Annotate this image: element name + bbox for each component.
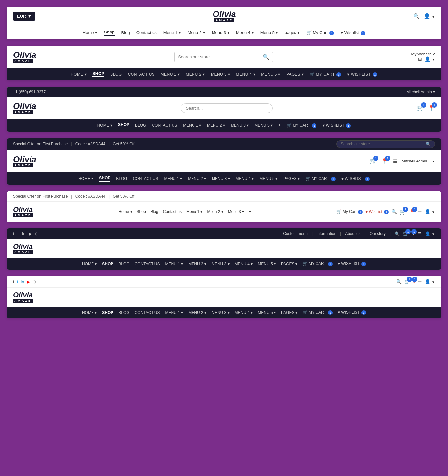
nav5-blog[interactable]: Blog (151, 209, 158, 214)
nav7-menu3[interactable]: MENU 3 ▾ (212, 310, 230, 315)
nav-menu5[interactable]: Menu 5 ▾ (260, 30, 278, 35)
link-custom-menu[interactable]: Custom menu (283, 231, 308, 236)
filter-icon-5[interactable]: ☰ (418, 209, 422, 214)
account-icon[interactable]: 👤 ▼ (424, 13, 435, 19)
link-information[interactable]: Information (316, 231, 336, 236)
nav3-menu1[interactable]: MENU 1 ▾ (183, 123, 201, 128)
social7-github[interactable]: ⊙ (32, 279, 36, 284)
wishlist-icon-7[interactable]: ♥ 1 (413, 279, 415, 285)
nav3-contact[interactable]: CONTACT US (152, 123, 177, 128)
nav6-pages[interactable]: PAGES ▾ (281, 262, 297, 266)
nav2-shop[interactable]: SHOP (92, 71, 104, 77)
logo-3[interactable]: Olivia AMAZE (13, 102, 36, 114)
nav4-menu4[interactable]: MENU 4 ▾ (236, 176, 254, 181)
nav-menu2[interactable]: Menu 2 ▾ (188, 30, 205, 35)
link-about-us[interactable]: About us (345, 231, 360, 236)
search-input-4[interactable] (341, 142, 426, 146)
social7-twitter[interactable]: t (17, 279, 18, 284)
nav2-contact[interactable]: CONTACT US (128, 72, 155, 76)
nav6-home[interactable]: HOME ▾ (82, 262, 97, 266)
nav2-wishlist[interactable]: ♥ WISHLIST 1 (347, 72, 377, 77)
nav5-menu3[interactable]: Menu 3 ▾ (228, 209, 244, 214)
nav4-contact[interactable]: CONTACT US (133, 176, 158, 181)
search-icon-4[interactable]: 🔍 (426, 142, 431, 146)
nav7-menu2[interactable]: MENU 2 ▾ (188, 310, 206, 315)
nav7-menu4[interactable]: MENU 4 ▾ (235, 310, 253, 315)
nav5-contact[interactable]: Contact us (163, 209, 182, 214)
nav7-home[interactable]: HOME ▾ (82, 310, 97, 315)
search-icon-2[interactable]: 🔍 (263, 54, 269, 60)
account-icon-2[interactable]: 👤 ▼ (425, 56, 435, 62)
nav6-menu5[interactable]: MENU 5 ▾ (258, 262, 276, 266)
social-youtube[interactable]: ▶ (29, 231, 32, 236)
nav-blog[interactable]: Blog (121, 30, 130, 35)
logo-5[interactable]: Olivia AMAZE (13, 206, 33, 217)
account-icon-5[interactable]: 👤 ▼ (425, 209, 435, 214)
nav3-wishlist[interactable]: ♥ WISHLIST 1 (322, 123, 351, 128)
wishlist-icon-3[interactable]: 📍 1 (428, 104, 435, 112)
nav4-menu5[interactable]: MENU 5 ▾ (259, 176, 277, 181)
nav7-menu5[interactable]: MENU 5 ▾ (258, 310, 276, 315)
nav3-plus[interactable]: + (278, 123, 281, 128)
social-linkedin[interactable]: in (22, 231, 25, 236)
wishlist-icon-6[interactable]: ♥ 1 (412, 231, 415, 236)
logo-6[interactable]: Olivia AMAZE (13, 243, 33, 254)
nav4-menu2[interactable]: MENU 2 ▾ (188, 176, 206, 181)
currency-button[interactable]: EUR ▼ (13, 12, 35, 21)
nav4-home[interactable]: HOME ▾ (78, 176, 93, 181)
nav-pages[interactable]: pages ▾ (285, 30, 300, 35)
nav5-menu2[interactable]: Menu 2 ▾ (207, 209, 223, 214)
nav-menu3[interactable]: Menu 3 ▾ (212, 30, 230, 35)
logo[interactable]: Olivia AMAZE (35, 10, 413, 22)
nav4-shop[interactable]: SHOP (99, 176, 110, 182)
nav4-pages[interactable]: PAGES ▾ (283, 176, 300, 181)
social-twitter[interactable]: t (18, 231, 19, 236)
nav5-wishlist[interactable]: ♥ Wishlist 1 (365, 209, 389, 214)
social7-linkedin[interactable]: in (21, 279, 24, 284)
nav2-menu2[interactable]: MENU 2 ▾ (186, 72, 205, 76)
cart-icon-3[interactable]: 🛒 1 (417, 104, 424, 112)
nav-home[interactable]: Home ▾ (83, 30, 97, 35)
search-bar-4[interactable]: 🔍 (336, 140, 435, 148)
nav5-plus[interactable]: + (249, 209, 251, 214)
cart-icon-5[interactable]: 🛒 1 (399, 209, 406, 215)
nav6-menu1[interactable]: MENU 1 ▾ (165, 262, 183, 266)
nav3-menu5[interactable]: MENU 5 ▾ (255, 123, 273, 128)
nav5-shop[interactable]: Shop (137, 209, 146, 214)
nav6-menu4[interactable]: MENU 4 ▾ (235, 262, 253, 266)
nav3-menu3[interactable]: MENU 3 ▾ (231, 123, 249, 128)
logo-7[interactable]: Olivia AMAZE (13, 292, 435, 303)
nav-menu4[interactable]: Menu 4 ▾ (236, 30, 254, 35)
nav-wishlist[interactable]: ♥ Wishlist 1 (340, 30, 365, 35)
nav5-cart[interactable]: 🛒 My Cart 1 (336, 209, 363, 214)
nav-menu1[interactable]: Menu 1 ▾ (163, 30, 181, 35)
wishlist-icon-5[interactable]: 📍 1 (409, 209, 415, 215)
nav4-menu1[interactable]: MENU 1 ▾ (164, 176, 182, 181)
filter-icon-7[interactable]: ☰ (418, 279, 422, 284)
cart-icon-7[interactable]: 🛒 1 (404, 279, 410, 285)
filter-icon-6[interactable]: ☰ (418, 231, 422, 236)
nav7-shop[interactable]: SHOP (102, 310, 113, 315)
nav2-menu5[interactable]: MENU 5 ▾ (261, 72, 280, 76)
nav7-pages[interactable]: PAGES ▾ (281, 310, 297, 315)
search-input-3[interactable] (186, 106, 268, 111)
nav4-cart[interactable]: 🛒 MY CART 1 (306, 176, 336, 181)
nav7-wishlist[interactable]: ♥ WISHLIST 1 (338, 310, 366, 315)
grid-icon[interactable]: ⊞ (418, 56, 422, 62)
nav7-cart[interactable]: 🛒 MY CART 1 (303, 310, 333, 315)
search-icon-5[interactable]: 🔍 (391, 209, 397, 214)
wishlist-icon-4[interactable]: 📍 1 (381, 158, 388, 165)
search-icon-7[interactable]: 🔍 (396, 279, 402, 284)
nav3-shop[interactable]: SHOP (118, 122, 129, 128)
nav6-cart[interactable]: 🛒 MY CART 1 (303, 261, 333, 266)
filter-icon-4[interactable]: ☰ (393, 159, 397, 164)
nav7-menu1[interactable]: MENU 1 ▾ (165, 310, 183, 315)
nav4-menu3[interactable]: MENU 3 ▾ (212, 176, 230, 181)
nav2-menu3[interactable]: MENU 3 ▾ (211, 72, 230, 76)
social7-youtube[interactable]: ▶ (27, 279, 30, 284)
nav3-home[interactable]: HOME ▾ (97, 123, 112, 128)
search-bar-3[interactable] (181, 103, 273, 113)
nav6-blog[interactable]: BLOG (118, 262, 129, 266)
social-github[interactable]: ⊙ (35, 231, 39, 236)
nav2-blog[interactable]: BLOG (110, 72, 122, 76)
